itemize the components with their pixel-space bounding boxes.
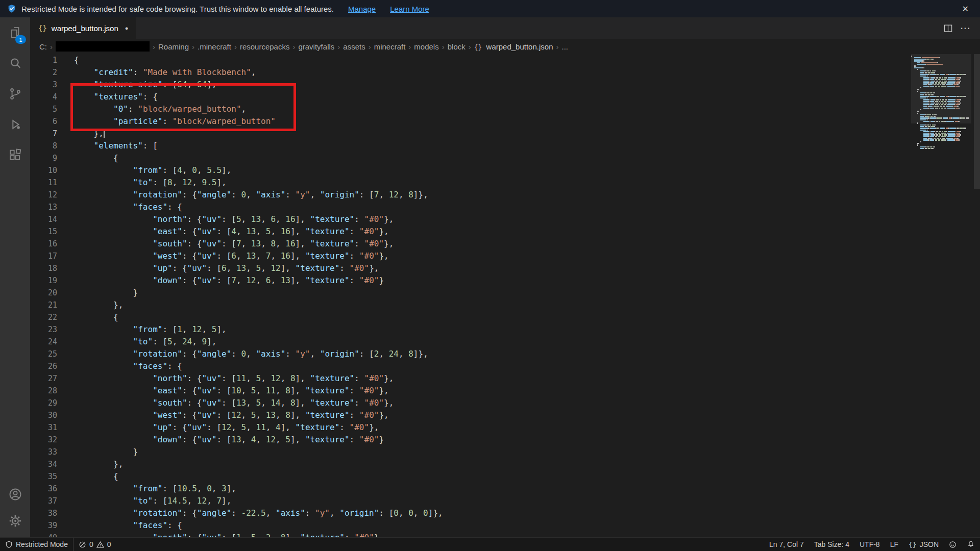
editor[interactable]: 1{2 "credit": "Made with Blockbench",3 "… — [30, 54, 980, 537]
explorer-icon[interactable]: 1 — [0, 17, 30, 48]
cursor-position-status[interactable]: Ln 7, Col 7 — [764, 538, 809, 551]
code-line[interactable]: 39 "faces": { — [30, 519, 980, 532]
line-number[interactable]: 23 — [30, 323, 71, 336]
code-line[interactable]: 40 "north": {"uv": [1, 5, 2, 8], "textur… — [30, 532, 980, 537]
code-line[interactable]: 6 "particle": "block/warped_button" — [30, 115, 980, 128]
code-line[interactable]: 30 "west": {"uv": [12, 5, 13, 8], "textu… — [30, 409, 980, 421]
line-number[interactable]: 17 — [30, 250, 71, 262]
code-line[interactable]: 3 "texture_size": [64, 64], — [30, 79, 980, 91]
code-line[interactable]: 33 } — [30, 446, 980, 458]
code-line[interactable]: 25 "rotation": {"angle": 0, "axis": "y",… — [30, 348, 980, 360]
editor-scrollbar[interactable] — [974, 54, 980, 189]
code-line[interactable]: 7 }, — [30, 128, 980, 140]
line-number[interactable]: 6 — [30, 115, 71, 128]
line-number[interactable]: 28 — [30, 385, 71, 397]
code-line[interactable]: 34 }, — [30, 458, 980, 470]
code-line[interactable]: 9 { — [30, 152, 980, 164]
line-number[interactable]: 29 — [30, 397, 71, 409]
line-number[interactable]: 10 — [30, 164, 71, 177]
breadcrumb-item[interactable]: block — [448, 42, 465, 51]
code-line[interactable]: 32 "down": {"uv": [13, 4, 12, 5], "textu… — [30, 434, 980, 446]
code-line[interactable]: 21 }, — [30, 299, 980, 311]
source-control-icon[interactable] — [0, 79, 30, 109]
line-number[interactable]: 26 — [30, 360, 71, 372]
code-line[interactable]: 27 "north": {"uv": [11, 5, 12, 8], "text… — [30, 372, 980, 385]
line-number[interactable]: 11 — [30, 177, 71, 189]
line-number[interactable]: 38 — [30, 507, 71, 519]
line-number[interactable]: 39 — [30, 519, 71, 532]
run-debug-icon[interactable] — [0, 109, 30, 140]
line-number[interactable]: 13 — [30, 201, 71, 213]
line-number[interactable]: 4 — [30, 91, 71, 103]
line-number[interactable]: 14 — [30, 213, 71, 226]
line-number[interactable]: 40 — [30, 532, 71, 537]
more-actions-icon[interactable]: ⋯ — [960, 22, 971, 34]
split-editor-icon[interactable] — [943, 23, 953, 33]
line-number[interactable]: 24 — [30, 336, 71, 348]
indentation-status[interactable]: Tab Size: 4 — [809, 538, 854, 551]
line-number[interactable]: 16 — [30, 238, 71, 250]
modified-dot-icon[interactable]: ● — [125, 25, 129, 31]
search-icon[interactable] — [0, 48, 30, 79]
code-line[interactable]: 10 "from": [4, 0, 5.5], — [30, 164, 980, 177]
line-number[interactable]: 5 — [30, 103, 71, 115]
code-line[interactable]: 20 } — [30, 287, 980, 299]
extensions-icon[interactable] — [0, 140, 30, 170]
code-line[interactable]: 23 "from": [1, 12, 5], — [30, 323, 980, 336]
line-number[interactable]: 19 — [30, 274, 71, 287]
line-number[interactable]: 37 — [30, 495, 71, 507]
line-number[interactable]: 31 — [30, 421, 71, 434]
code-line[interactable]: 22 { — [30, 311, 980, 323]
code-line[interactable]: 4 "textures": { — [30, 91, 980, 103]
feedback-icon[interactable] — [944, 538, 962, 551]
notifications-bell-icon[interactable] — [962, 538, 980, 551]
code-line[interactable]: 26 "faces": { — [30, 360, 980, 372]
code-line[interactable]: 12 "rotation": {"angle": 0, "axis": "y",… — [30, 189, 980, 201]
line-number[interactable]: 15 — [30, 226, 71, 238]
code-line[interactable]: 2 "credit": "Made with Blockbench", — [30, 66, 980, 79]
code-line[interactable]: 16 "south": {"uv": [7, 13, 8, 16], "text… — [30, 238, 980, 250]
breadcrumb-item[interactable]: models — [414, 42, 438, 51]
breadcrumb-drive[interactable]: C: — [39, 42, 47, 51]
line-number[interactable]: 7 — [30, 128, 71, 140]
code-line[interactable]: 29 "south": {"uv": [13, 5, 14, 8], "text… — [30, 397, 980, 409]
code-line[interactable]: 1{ — [30, 54, 980, 66]
line-number[interactable]: 22 — [30, 311, 71, 323]
breadcrumb-more[interactable]: ... — [562, 42, 569, 51]
line-number[interactable]: 30 — [30, 409, 71, 421]
code-line[interactable]: 35 { — [30, 470, 980, 483]
breadcrumb-item[interactable]: resourcepacks — [240, 42, 290, 51]
accounts-icon[interactable] — [0, 481, 30, 508]
breadcrumb-item[interactable]: Roaming — [158, 42, 189, 51]
breadcrumb-file[interactable]: {} warped_button.json — [474, 42, 553, 51]
code-line[interactable]: 8 "elements": [ — [30, 140, 980, 152]
line-number[interactable]: 25 — [30, 348, 71, 360]
breadcrumb-item[interactable]: .minecraft — [198, 42, 231, 51]
code-line[interactable]: 14 "north": {"uv": [5, 13, 6, 16], "text… — [30, 213, 980, 226]
problems-status[interactable]: 0 0 — [74, 538, 116, 551]
line-number[interactable]: 36 — [30, 483, 71, 495]
encoding-status[interactable]: UTF-8 — [854, 538, 885, 551]
manage-link[interactable]: Manage — [348, 5, 376, 13]
code-line[interactable]: 37 "to": [14.5, 12, 7], — [30, 495, 980, 507]
tab-warped-button-json[interactable]: {} warped_button.json ● — [30, 17, 137, 39]
language-status[interactable]: {} JSON — [903, 538, 944, 551]
code-line[interactable]: 31 "up": {"uv": [12, 5, 11, 4], "texture… — [30, 421, 980, 434]
learn-more-link[interactable]: Learn More — [390, 5, 429, 13]
line-number[interactable]: 1 — [30, 54, 71, 66]
code-line[interactable]: 28 "east": {"uv": [10, 5, 11, 8], "textu… — [30, 385, 980, 397]
line-number[interactable]: 18 — [30, 262, 71, 274]
code-line[interactable]: 18 "up": {"uv": [6, 13, 5, 12], "texture… — [30, 262, 980, 274]
code-line[interactable]: 17 "west": {"uv": [6, 13, 7, 16], "textu… — [30, 250, 980, 262]
code-line[interactable]: 19 "down": {"uv": [7, 12, 6, 13], "textu… — [30, 274, 980, 287]
code-line[interactable]: 15 "east": {"uv": [4, 13, 5, 16], "textu… — [30, 226, 980, 238]
line-number[interactable]: 33 — [30, 446, 71, 458]
restricted-mode-status[interactable]: Restricted Mode — [0, 538, 74, 551]
line-number[interactable]: 21 — [30, 299, 71, 311]
line-number[interactable]: 20 — [30, 287, 71, 299]
line-number[interactable]: 27 — [30, 372, 71, 385]
line-number[interactable]: 34 — [30, 458, 71, 470]
line-number[interactable]: 3 — [30, 79, 71, 91]
code-line[interactable]: 11 "to": [8, 12, 9.5], — [30, 177, 980, 189]
settings-gear-icon[interactable] — [0, 508, 30, 534]
